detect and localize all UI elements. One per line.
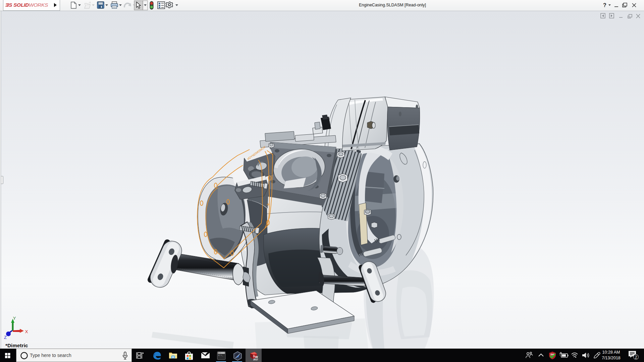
svg-text:Y: Y [13, 316, 16, 321]
svg-text:Z: Z [4, 335, 7, 340]
svg-text:S: S [253, 355, 255, 358]
svg-text:2017: 2017 [253, 358, 258, 361]
svg-text:X: X [25, 329, 28, 334]
svg-text:2: 2 [635, 355, 637, 360]
svg-text:?: ? [603, 2, 606, 8]
svg-text:C:\: C:\ [218, 352, 221, 354]
svg-text:C:\_: C:\_ [218, 354, 223, 357]
